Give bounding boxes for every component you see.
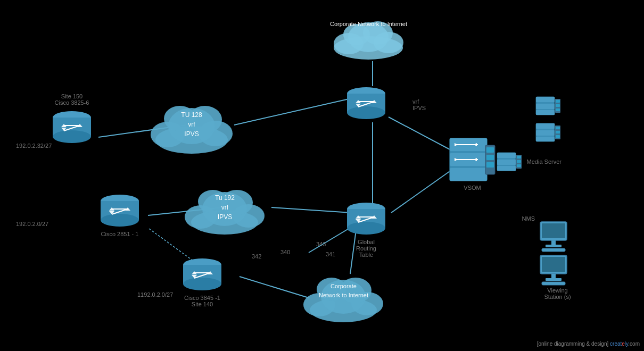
- vsom-label: VSOM: [464, 185, 481, 191]
- cloud-bottom: CorporateNetwork to Internet: [302, 271, 385, 324]
- brand-name: creately: [610, 341, 628, 347]
- svg-rect-123: [542, 282, 565, 285]
- svg-point-56: [347, 222, 385, 235]
- router-cisco3845: Cisco 3845 -1Site 140: [181, 255, 224, 307]
- router-cisco3845-icon: [181, 255, 224, 294]
- vrf-ipvs-label: vrfIPVS: [412, 98, 426, 111]
- cloud-bottom-label: CorporateNetwork to Internet: [302, 282, 385, 299]
- legend-item-media-server: Media Server: [496, 152, 562, 172]
- svg-rect-117: [546, 245, 562, 247]
- network-diagram: Corporate Network to Internet vrfIPVS: [0, 0, 644, 351]
- legend-rack2-icon: [535, 122, 562, 143]
- router-top-icon: [345, 84, 387, 122]
- svg-rect-104: [556, 131, 560, 133]
- svg-rect-53: [486, 162, 494, 168]
- svg-rect-111: [517, 156, 521, 158]
- svg-rect-91: [536, 97, 555, 102]
- nms-label: NMS: [522, 215, 535, 222]
- svg-rect-115: [542, 223, 565, 238]
- svg-rect-105: [556, 135, 560, 138]
- viewing-station-icon-container: [538, 254, 575, 288]
- svg-rect-109: [497, 166, 516, 171]
- global-routing-label: GlobalRoutingTable: [356, 239, 376, 258]
- svg-rect-95: [556, 100, 560, 103]
- cloud-tu192-label: Tu 192vrfIPVS: [184, 193, 266, 222]
- viewing-station-computer-icon: [538, 254, 575, 286]
- svg-rect-108: [497, 160, 516, 165]
- svg-rect-122: [546, 278, 562, 281]
- svg-line-1: [234, 98, 351, 125]
- svg-rect-118: [542, 248, 565, 252]
- legend-media-server-icon: [496, 152, 523, 172]
- cloud-tu128-label: TU 128vrfIPVS: [149, 110, 234, 139]
- label-342: 342: [252, 253, 261, 260]
- vsom-server-icon: [447, 136, 498, 183]
- branding: [online diagramming & design] creately.c…: [537, 341, 640, 347]
- svg-rect-97: [556, 108, 560, 111]
- svg-rect-121: [551, 274, 556, 278]
- media-server-label: Media Server: [527, 158, 562, 165]
- addr-cisco3845: 1192.0.2.0/27: [137, 291, 173, 298]
- cloud-tu128: TU 128vrfIPVS: [149, 98, 234, 157]
- nms-computer-icon: [538, 221, 575, 253]
- svg-line-5: [271, 207, 351, 213]
- cloud-top: Corporate Network to Internet: [327, 11, 410, 61]
- svg-rect-112: [517, 160, 521, 163]
- router-top: [345, 84, 387, 122]
- svg-point-20: [347, 106, 385, 119]
- label-340: 340: [280, 249, 290, 255]
- legend-item-2: [535, 122, 562, 143]
- svg-rect-101: [536, 137, 555, 141]
- svg-rect-99: [536, 123, 555, 129]
- cisco3845-label: Cisco 3845 -1Site 140: [184, 295, 220, 307]
- svg-rect-103: [556, 127, 560, 129]
- svg-rect-100: [536, 130, 555, 136]
- svg-rect-113: [517, 164, 521, 167]
- svg-rect-43: [450, 168, 487, 181]
- router-global-icon: [345, 199, 387, 238]
- legend-item-1: [535, 96, 562, 116]
- svg-rect-116: [551, 240, 556, 245]
- svg-rect-92: [536, 104, 555, 109]
- svg-rect-51: [486, 147, 494, 153]
- site150-label-above: Site 150Cisco 3825-6: [55, 93, 89, 106]
- addr-cisco2851: 192.0.2.0/27: [16, 221, 48, 227]
- svg-point-70: [101, 214, 139, 227]
- legend-rack1-icon: [535, 96, 562, 116]
- svg-rect-93: [536, 110, 555, 115]
- router-global: GlobalRoutingTable: [345, 199, 387, 258]
- router-site150: Site 150Cisco 3825-6: [51, 93, 93, 146]
- svg-rect-120: [542, 257, 565, 272]
- label-341: 341: [326, 251, 335, 257]
- viewing-station-label: ViewingStation (s): [538, 287, 577, 300]
- svg-rect-107: [497, 153, 516, 158]
- cloud-top-label: Corporate Network to Internet: [327, 20, 410, 28]
- svg-point-78: [183, 278, 221, 290]
- server-vsom: VSOM: [447, 136, 498, 191]
- label-343: 343: [316, 241, 326, 247]
- cloud-top-icon: [327, 11, 410, 61]
- svg-rect-96: [556, 104, 560, 107]
- router-cisco2851-icon: [98, 191, 141, 230]
- nms-icon-container: [538, 221, 575, 255]
- cisco2851-label: Cisco 2851 - 1: [101, 231, 139, 237]
- svg-rect-52: [486, 155, 494, 160]
- cloud-tu192: Tu 192vrfIPVS: [184, 183, 266, 237]
- svg-line-9: [240, 277, 309, 298]
- router-cisco2851: Cisco 2851 - 1: [98, 191, 141, 237]
- router-site150-icon: [51, 108, 93, 146]
- addr-site150: 192.0.2.32/27: [16, 143, 52, 149]
- svg-point-34: [53, 130, 91, 143]
